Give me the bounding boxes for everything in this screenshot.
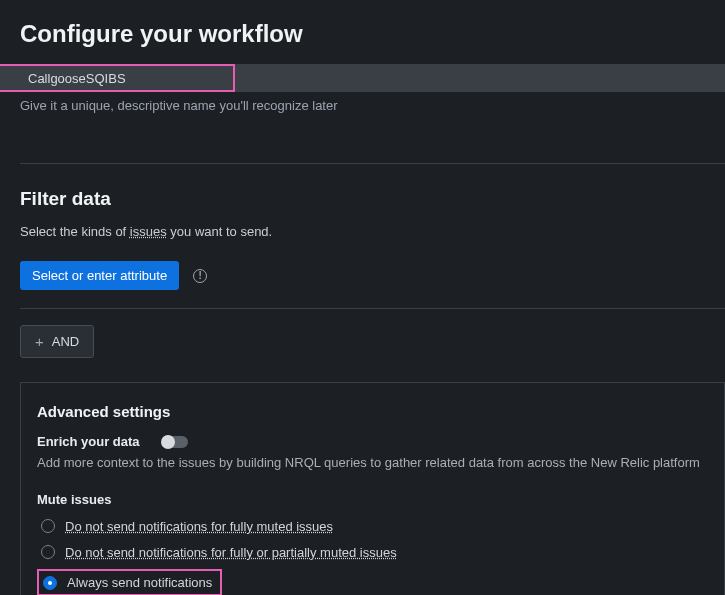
radio-label: Do not send notifications for fully or p… <box>65 545 397 560</box>
mute-issues-radio-group: Do not send notifications for fully mute… <box>37 517 708 595</box>
radio-label: Always send notifications <box>67 575 212 590</box>
radio-button[interactable] <box>41 545 55 559</box>
add-and-condition-button[interactable]: + AND <box>20 325 94 358</box>
page-title: Configure your workflow <box>20 20 725 48</box>
enrich-data-toggle[interactable] <box>162 436 188 448</box>
and-button-label: AND <box>52 334 79 349</box>
mute-issues-title: Mute issues <box>37 492 708 507</box>
select-attribute-button[interactable]: Select or enter attribute <box>20 261 179 290</box>
highlight-annotation: Always send notifications <box>37 569 222 595</box>
mute-option-partially-muted[interactable]: Do not send notifications for fully or p… <box>37 543 708 561</box>
enrich-data-description: Add more context to the issues by buildi… <box>37 455 708 470</box>
filter-data-title: Filter data <box>20 188 725 210</box>
divider <box>20 308 725 309</box>
divider <box>20 163 725 164</box>
info-icon[interactable]: ! <box>193 269 207 283</box>
radio-button-selected[interactable] <box>43 576 57 590</box>
radio-label: Do not send notifications for fully mute… <box>65 519 333 534</box>
toggle-knob <box>161 435 175 449</box>
workflow-name-input[interactable]: CallgooseSQIBS <box>0 64 725 92</box>
filter-data-description: Select the kinds of issues you want to s… <box>20 224 725 239</box>
name-helper-text: Give it a unique, descriptive name you'l… <box>20 98 725 113</box>
enrich-data-label: Enrich your data <box>37 434 140 449</box>
advanced-settings-title: Advanced settings <box>37 403 708 420</box>
advanced-settings-panel: Advanced settings Enrich your data Add m… <box>20 382 725 595</box>
radio-button[interactable] <box>41 519 55 533</box>
mute-option-fully-muted[interactable]: Do not send notifications for fully mute… <box>37 517 708 535</box>
plus-icon: + <box>35 334 44 349</box>
